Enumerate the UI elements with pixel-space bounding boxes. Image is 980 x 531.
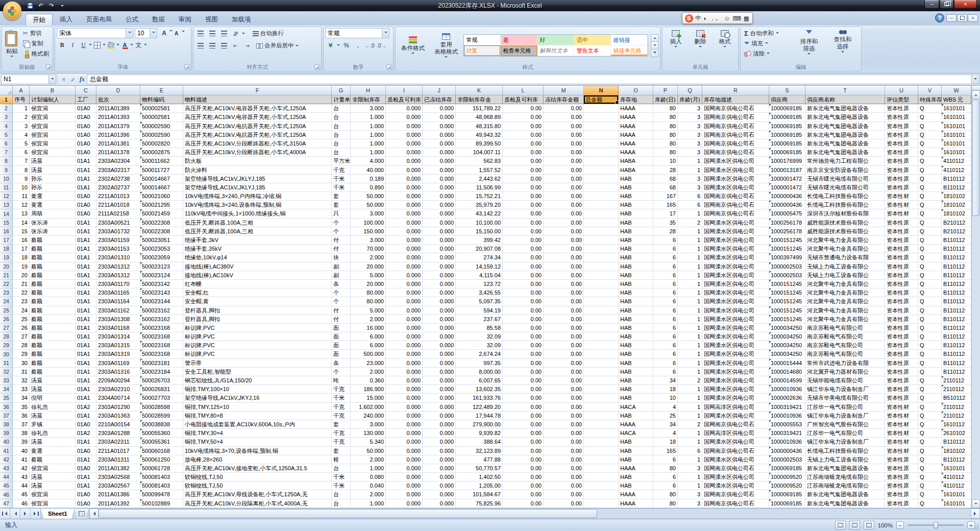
cell-Q7[interactable]: 3	[678, 148, 702, 157]
row-header-27[interactable]: 27	[0, 324, 13, 332]
cell-I33[interactable]: 0.000	[386, 376, 423, 385]
cell-Q17[interactable]: 1	[678, 236, 702, 245]
cell-U10[interactable]: 资本性原	[885, 175, 918, 183]
cell-B37[interactable]: 汤晨	[30, 412, 76, 420]
row-header-3[interactable]: 3	[0, 113, 13, 122]
cell-I19[interactable]: 0.000	[386, 253, 423, 262]
cell-D1[interactable]: 批次	[96, 95, 140, 104]
cell-H22[interactable]: 20.000	[351, 280, 386, 288]
cell-V5[interactable]: Q	[918, 131, 942, 139]
cell-H41[interactable]: 50.000	[351, 447, 386, 455]
column-header-B[interactable]: B	[30, 86, 76, 95]
cell-F29[interactable]: 标识牌,PVC	[183, 341, 332, 350]
cell-C46[interactable]: 01A0	[76, 490, 96, 499]
cell-R16[interactable]: 国网溧水区供电公司	[702, 227, 769, 236]
cell-E41[interactable]: 500060168	[140, 447, 183, 455]
cell-P31[interactable]: 6	[653, 359, 678, 368]
cell-K16[interactable]: 15,150.00	[456, 227, 503, 236]
cell-O23[interactable]: HAB	[619, 288, 653, 297]
cell-A34[interactable]: 33	[13, 385, 30, 394]
cell-N1[interactable]: 总金额	[584, 95, 619, 104]
cell-C32[interactable]: 01A1	[76, 368, 96, 376]
cell-R19[interactable]: 国网溧水区供电公司	[702, 253, 769, 262]
cancel-button[interactable]: ×	[59, 75, 68, 84]
cell-B44[interactable]: 汤晨	[30, 473, 76, 481]
cell-G42[interactable]: 根	[332, 455, 351, 464]
cell-H10[interactable]: 0.189	[351, 175, 386, 183]
cell-H34[interactable]: 186.900	[351, 385, 386, 394]
cell-R2[interactable]: 国网南京供电公司石	[702, 104, 769, 113]
column-header-W[interactable]: W	[942, 86, 971, 95]
italic-button[interactable]: I	[67, 40, 78, 50]
cell-P40[interactable]: 18	[653, 438, 678, 446]
cell-J47[interactable]: 0.000	[423, 499, 456, 508]
cell-A18[interactable]: 17	[13, 245, 30, 253]
ribbon-tab-公式[interactable]: 公式	[119, 14, 145, 26]
cell-F36[interactable]: 铜排,TMY,125×10	[183, 403, 332, 412]
cell-U4[interactable]: 资本性原	[885, 122, 918, 131]
cell-A38[interactable]: 37	[13, 420, 30, 429]
cell-N6[interactable]	[584, 139, 619, 148]
merge-center-button[interactable]: 合并后居中	[254, 40, 301, 51]
row-header-1[interactable]: 1	[0, 95, 13, 104]
cell-H6[interactable]: 1.000	[351, 139, 386, 148]
cell-P19[interactable]: 6	[653, 253, 678, 262]
cell-M36[interactable]: 0.00	[544, 403, 584, 412]
cell-Q6[interactable]: 3	[678, 139, 702, 148]
cell-G41[interactable]: 套	[332, 447, 351, 455]
cell-R45[interactable]: 国网溧水区供电公司	[702, 481, 769, 490]
cell-W21[interactable]: B110112	[942, 271, 971, 280]
cell-T2[interactable]: 新东北电气集团电器设备	[805, 104, 885, 113]
cell-I40[interactable]: 0.000	[386, 438, 423, 446]
cell-T21[interactable]: 无锡上力电工设备有限公	[805, 271, 885, 280]
cell-B34[interactable]: 汤晨	[30, 385, 76, 394]
cell-style-解释性文本[interactable]: 解释性文本	[537, 45, 574, 56]
cell-B22[interactable]: 蔡颖	[30, 280, 76, 288]
row-header-44[interactable]: 44	[0, 473, 13, 481]
cell-A25[interactable]: 24	[13, 306, 30, 315]
cell-I39[interactable]: 0.000	[386, 429, 423, 438]
cell-K13[interactable]: 35,979.20	[456, 201, 503, 209]
row-header-4[interactable]: 4	[0, 122, 13, 131]
cell-J27[interactable]: 0.000	[423, 324, 456, 332]
fill-button[interactable]: 填充	[742, 38, 791, 49]
cell-W32[interactable]: B110112	[942, 368, 971, 376]
cell-B43[interactable]: 侯宜润	[30, 464, 76, 473]
cell-E42[interactable]: 500061250	[140, 455, 183, 464]
cell-U31[interactable]: 资本性原	[885, 359, 918, 368]
cell-U41[interactable]: 资本性材	[885, 447, 918, 455]
page-layout-view-button[interactable]	[849, 521, 860, 529]
cell-H31[interactable]: 23.000	[351, 359, 386, 368]
cell-O18[interactable]: HAB	[619, 245, 653, 253]
cell-A40[interactable]: 39	[13, 438, 30, 446]
cell-T3[interactable]: 新东北电气集团电器设备	[805, 113, 885, 122]
cell-I27[interactable]: 0.000	[386, 324, 423, 332]
cell-M10[interactable]: 0.00	[544, 175, 584, 183]
cell-C16[interactable]: 01A1	[76, 227, 96, 236]
cell-H36[interactable]: 1,602.000	[351, 403, 386, 412]
cell-R28[interactable]: 国网溧水区供电公司	[702, 332, 769, 341]
cell-P45[interactable]: 6	[653, 481, 678, 490]
cell-F3[interactable]: 高压开关柜,AC10kV,电容器开关柜,小车式,1250A	[183, 113, 332, 122]
cell-Q8[interactable]: 1	[678, 157, 702, 165]
cell-O20[interactable]: HAB	[619, 262, 653, 271]
cell-style-适中[interactable]: 适中	[574, 35, 611, 45]
cell-N38[interactable]	[584, 420, 619, 429]
cell-style-好[interactable]: 好	[537, 35, 574, 45]
cell-T4[interactable]: 新东北电气集团电器设备	[805, 122, 885, 131]
cell-F9[interactable]: 防火涂料	[183, 166, 332, 175]
row-header-11[interactable]: 11	[0, 183, 13, 192]
row-header-7[interactable]: 7	[0, 148, 13, 157]
cell-H27[interactable]: 16.000	[351, 324, 386, 332]
cell-C41[interactable]: 01A0	[76, 447, 96, 455]
cell-H26[interactable]: 2.000	[351, 315, 386, 324]
cell-B12[interactable]: 黄震	[30, 192, 76, 201]
scroll-left-button[interactable]	[89, 509, 99, 519]
cell-G8[interactable]: 平方米	[332, 157, 351, 165]
cell-C39[interactable]: 01A2	[76, 429, 96, 438]
cell-D13[interactable]: 2211A01018	[96, 201, 140, 209]
cell-E27[interactable]: 500023168	[140, 324, 183, 332]
cell-L27[interactable]: 0.00	[503, 324, 544, 332]
cell-E44[interactable]: 500081403	[140, 473, 183, 481]
cell-U32[interactable]: 资本性原	[885, 368, 918, 376]
